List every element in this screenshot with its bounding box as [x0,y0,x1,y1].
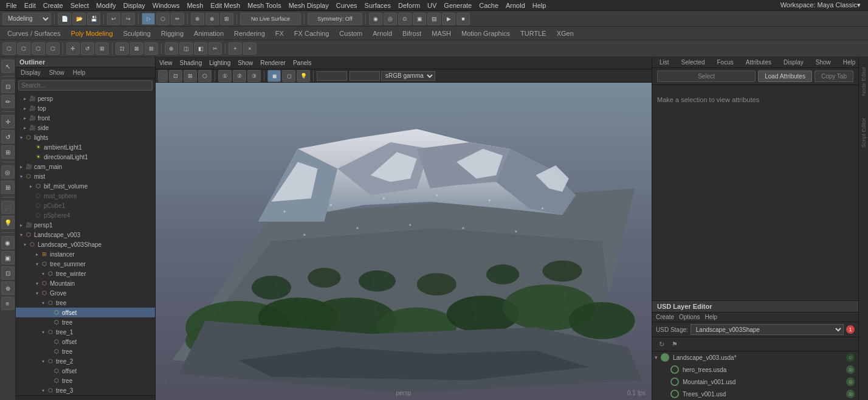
usd-menu-create[interactable]: Create [656,314,674,320]
toolbar-paint[interactable]: ✏ [171,13,184,25]
tool-append[interactable]: + [229,43,242,55]
menu-mesh-display[interactable]: Mesh Display [285,0,332,11]
vp-menu-panels[interactable]: Panels [293,60,312,66]
tool-select-edge[interactable]: ⬡ [17,43,30,55]
tree-item-offset-1[interactable]: ⬡ offset [16,337,155,347]
tab-attributes[interactable]: Attributes [741,58,776,66]
tool-extrude[interactable]: ⊡ [115,43,129,55]
tree-item-persp1[interactable]: ▸ 🎥 persp1 [16,220,155,230]
mode-dropdown[interactable]: Modeling [2,13,51,25]
menu-curves[interactable]: Curves [332,0,361,11]
tool-delete[interactable]: × [243,43,257,55]
module-bifrost[interactable]: Bifrost [398,27,426,40]
tree-item-mist-sphere[interactable]: ⬡ mist_sphere [16,191,155,201]
tree-item-tree-group[interactable]: ▾ ⬡ tree [16,298,155,308]
module-arnold[interactable]: Arnold [368,27,397,40]
tree-item-side[interactable]: ▸ 🎥 side [16,123,155,133]
toolbar-no-live[interactable]: No Live Surface [240,13,301,25]
usd-layer-hero-trees[interactable]: hero_trees.usda ⊙ [652,364,858,376]
left-tool-script[interactable]: ≡ [1,297,15,310]
tree-item-lights[interactable]: ▾ ⬡ lights [16,133,155,142]
tool-loop[interactable]: ◫ [179,43,193,55]
usd-menu-options[interactable]: Options [679,314,700,320]
outliner-search-input[interactable] [18,80,153,91]
vp-menu-show[interactable]: Show [238,60,253,66]
usd-flag-icon[interactable]: ⚑ [669,339,680,350]
module-animation[interactable]: Animation [189,27,229,40]
toolbar-stop[interactable]: ■ [456,13,470,25]
toolbar-new[interactable]: 📄 [58,13,71,25]
toolbar-open[interactable]: 📂 [72,13,86,25]
tree-item-cam-main[interactable]: ▸ 🎥 cam_main [16,162,155,171]
menu-edit[interactable]: Edit [21,0,40,11]
left-tool-attr[interactable]: ⊕ [1,281,15,295]
toolbar-redo[interactable]: ↪ [122,13,135,25]
menu-display[interactable]: Display [120,0,149,11]
menu-cache[interactable]: Cache [475,0,502,11]
module-rendering[interactable]: Rendering [229,27,270,40]
toolbar-render4[interactable]: ▣ [413,13,426,25]
menu-windows[interactable]: Windows [149,0,184,11]
vp-render-q1[interactable]: ① [218,70,232,82]
toolbar-snap1[interactable]: ⊕ [191,13,204,25]
vp-select-mask[interactable]: ⊡ [169,70,182,82]
left-tool-paint[interactable]: ✏ [1,95,15,108]
tree-item-tree-leaf[interactable]: ⬡ tree [16,317,155,327]
tool-move[interactable]: ✛ [66,43,80,55]
tree-item-mountain[interactable]: ▾ ⬡ Mountain [16,278,155,288]
outliner-tab-show[interactable]: Show [46,69,68,77]
tree-item-psphere4[interactable]: ⬡ pSphere4 [16,210,155,220]
tree-item-tree-2[interactable]: ▾ ⬡ tree_2 [16,356,155,366]
tool-select-uv[interactable]: ⬡ [46,43,60,55]
vp-menu-shading[interactable]: Shading [180,60,202,66]
toolbar-lasso[interactable]: ⬡ [156,13,170,25]
tree-item-tree-3[interactable]: ▾ ⬡ tree_3 [16,385,155,395]
vp-menu-renderer[interactable]: Renderer [260,60,286,66]
tree-item-tree-summer[interactable]: ▾ ⬡ tree_summer [16,259,155,269]
tool-bridge[interactable]: ⊠ [130,43,143,55]
tab-show[interactable]: Show [811,58,836,66]
tree-item-landscape-shape[interactable]: ▾ ⬡ Landscape_v003Shape [16,240,155,249]
left-tool-lasso[interactable]: ⊡ [1,80,15,93]
vp-menu-lighting[interactable]: Lighting [209,60,230,66]
tree-item-top[interactable]: ▸ 🎥 top [16,103,155,113]
toolbar-snap3[interactable]: ⊞ [220,13,233,25]
module-mash[interactable]: MASH [427,27,456,40]
select-button[interactable]: Select [657,71,756,82]
menu-deform[interactable]: Deform [394,0,424,11]
left-tool-move[interactable]: ✛ [1,115,15,128]
tool-bevel[interactable]: ⊞ [145,43,158,55]
tool-rotate[interactable]: ↺ [81,43,94,55]
menu-uv[interactable]: UV [424,0,440,11]
tab-list[interactable]: List [655,58,674,66]
usd-refresh-icon[interactable]: ↻ [656,339,667,350]
usd-root-layer[interactable]: ▾ Landscape_v003.usda* ⊙ [652,351,858,364]
toolbar-render5[interactable]: ▤ [427,13,441,25]
module-xgen[interactable]: XGen [552,27,579,40]
tool-merge[interactable]: ⊕ [165,43,178,55]
workspace-label[interactable]: Workspace: Maya Classic▾ [780,1,866,9]
module-motion-graphics[interactable]: Motion Graphics [456,27,515,40]
vp-num-field2[interactable]: 1.00 [350,71,380,81]
module-poly-modeling[interactable]: Poly Modeling [66,27,117,40]
menu-modify[interactable]: Modify [92,0,119,11]
menu-select[interactable]: Select [67,0,93,11]
toolbar-play[interactable]: ▶ [442,13,455,25]
left-tool-scale[interactable]: ⊞ [1,145,15,159]
toolbar-snap2[interactable]: ⊗ [205,13,219,25]
tree-item-instancer[interactable]: ▸ ⊞ instancer [16,249,155,259]
tree-item-tree-1-leaf[interactable]: ⬡ tree [16,347,155,356]
tree-item-bif-mist-volume[interactable]: ▸ ⬡ bif_mist_volume [16,181,155,191]
menu-create[interactable]: Create [40,0,67,11]
outliner-tab-display[interactable]: Display [17,69,44,77]
tool-select-face[interactable]: ⬡ [32,43,45,55]
tree-item-offset-2[interactable]: ⬡ offset [16,366,155,376]
menu-arnold[interactable]: Arnold [502,0,529,11]
vp-light[interactable]: 💡 [297,70,310,82]
left-tool-display[interactable]: ▣ [1,251,15,264]
node-editor-tab[interactable]: Node Editor [859,63,868,100]
tree-item-front[interactable]: ▸ 🎥 front [16,113,155,123]
tree-item-tree-1[interactable]: ▾ ⬡ tree_1 [16,327,155,337]
module-sculpting[interactable]: Sculpting [119,27,156,40]
tree-item-directionallight1[interactable]: ☀ directionalLight1 [16,152,155,162]
